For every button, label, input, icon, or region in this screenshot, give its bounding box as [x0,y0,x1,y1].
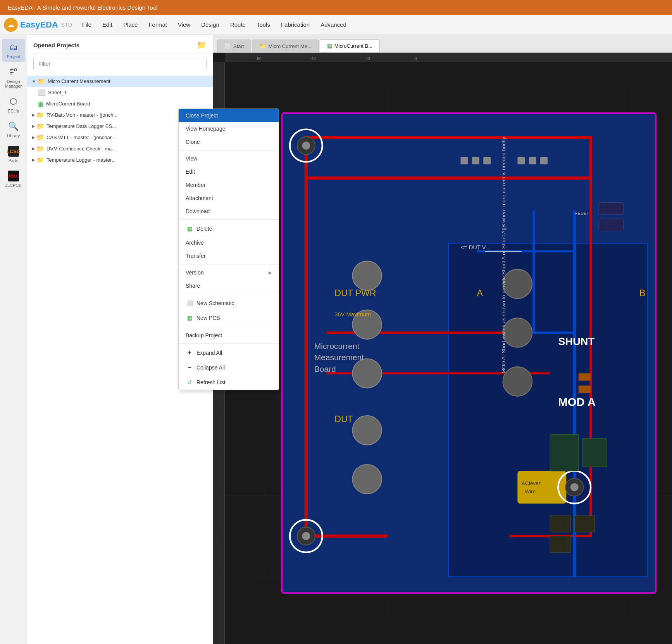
tree-label-sheet1: Sheet_1 [48,90,67,95]
tab-microcurrent-b-label: MicroCurrent B... [334,43,372,49]
schema-icon-sheet1: ⬜ [38,89,46,96]
tree-arrow-cas-wtt: ▶ [32,135,35,140]
ctx-download-label: Download [186,208,210,214]
menu-place[interactable]: Place [119,19,143,30]
tree-label-temp-logger: Temperature Data Logger ES... [47,123,116,129]
menu-route[interactable]: Route [226,19,250,30]
ctx-refresh-list[interactable]: ↺ Refresh List [179,375,279,390]
jlcpcb-icon: J@LC [8,171,19,181]
menu-view[interactable]: View [173,19,195,30]
sidebar-item-jlcpcb[interactable]: J@LC JLCPCB [2,167,25,191]
svg-text:DUT: DUT [334,414,353,424]
tab-microcurrent-b[interactable]: ▦ MicroCurrent B... [320,39,380,52]
ctx-close-project[interactable]: Close Project [179,109,279,122]
svg-text:Board: Board [314,364,336,373]
ctx-delete[interactable]: ▦ Delete [179,221,279,236]
ctx-member[interactable]: Member [179,178,279,192]
ctx-new-schematic-icon: ⬜ [186,299,193,307]
folder-icon-cas: 📁 [36,134,44,141]
ctx-collapse-all[interactable]: − Collapse All [179,360,279,375]
sidebar-item-project[interactable]: 🗂 Project [2,39,25,62]
menu-edit[interactable]: Edit [98,19,117,30]
ctx-refresh-icon: ↺ [186,378,193,386]
ctx-expand-all[interactable]: + Expand All [179,345,279,360]
svg-rect-2 [10,72,14,73]
ctx-attachment-label: Attachment [186,195,213,201]
canvas[interactable]: -60 -40 -20 0 [213,53,672,644]
tree-item-microcurrent-board[interactable]: ▦ MicroCurrent Board [27,98,213,109]
svg-text:<= DUT V...: <= DUT V... [460,244,490,250]
tree-arrow-dvm: ▶ [32,146,35,151]
ctx-share[interactable]: Share [179,279,279,292]
logo-easyeda-text: EasyEDA [20,20,58,30]
sidebar-item-eelib[interactable]: ⬡ EELib [2,93,25,116]
ctx-edit[interactable]: Edit [179,165,279,178]
svg-rect-44 [460,157,468,164]
svg-text:SHUNT: SHUNT [558,335,594,347]
tree-item-micro-current[interactable]: ▼ 📁 Micro Current Measurement [27,76,213,87]
menu-format[interactable]: Format [144,19,172,30]
menu-fabrication[interactable]: Fabrication [276,19,314,30]
tree-label-micro-current: Micro Current Measurement [48,78,110,84]
svg-point-38 [352,359,382,388]
ctx-sep-2 [179,219,279,220]
logo-cloud-icon: ☁ [4,18,18,32]
svg-point-36 [352,261,382,290]
sidebar-item-parts[interactable]: LCSC Parts [2,143,25,166]
menu-design[interactable]: Design [196,19,224,30]
logo-std-text: STD [61,22,72,28]
folder-icon-dvm: 📁 [36,145,44,152]
filter-input[interactable] [33,58,207,70]
ctx-new-pcb[interactable]: ▦ New PCB [179,311,279,325]
pcb-canvas: DUT PWR A B 36V Maximum Microcurrent Mea… [225,62,672,644]
ctx-sep-3 [179,264,279,264]
panel-title: Opened Projects [33,42,79,48]
ctx-archive[interactable]: Archive [179,236,279,249]
svg-text:Measurement: Measurement [314,353,364,362]
ctx-view-homepage[interactable]: View Homepage [179,122,279,135]
library-icon: 🔍 [8,121,19,132]
ctx-transfer[interactable]: Transfer [179,249,279,262]
ctx-new-schematic-label: New Schematic [196,300,234,306]
ctx-new-schematic[interactable]: ⬜ New Schematic [179,296,279,311]
ctx-delete-label: Delete [196,226,212,232]
folder-icon-micro: 📁 [38,78,45,85]
tab-start-icon: ⬜ [224,43,231,49]
svg-rect-1 [10,71,12,71]
tree-arrow-rv-batt: ▶ [32,112,35,117]
ctx-version-label: Version [186,269,204,276]
menubar: ☁ EasyEDA STD File Edit Place Format Vie… [0,15,672,35]
tree-label-cas-wtt: CAS WTT - master - (jonchar... [47,135,115,140]
ctx-version[interactable]: Version ▶ [179,266,279,279]
tab-start[interactable]: ⬜ Start [217,40,251,52]
tree-item-sheet1[interactable]: ⬜ Sheet_1 [27,87,213,98]
menu-file[interactable]: File [78,19,96,30]
svg-rect-74 [550,434,578,471]
sidebar-item-jlcpcb-label: JLCPCB [5,183,21,188]
tree-arrow-temp-logger2: ▶ [32,157,35,162]
panel: Opened Projects 📁 ▼ 📁 Micro Current Meas… [27,35,213,644]
ctx-attachment[interactable]: Attachment [179,192,279,205]
svg-text:MOD A: Short switch as shown t: MOD A: Short switch as shown to provide … [501,136,507,373]
svg-rect-78 [550,536,570,552]
tabs-bar: ⬜ Start 📁 Micro Current Me... ▦ MicroCur… [213,35,672,53]
sidebar-item-library[interactable]: 🔍 Library [2,118,25,141]
svg-point-66 [570,483,579,491]
ctx-clone[interactable]: Clone [179,135,279,148]
ctx-expand-icon: + [186,349,193,357]
tab-micro-current-me[interactable]: 📁 Micro Current Me... [252,40,319,52]
ctx-new-pcb-icon: ▦ [186,314,193,322]
ctx-member-label: Member [186,182,205,188]
menu-advanced[interactable]: Advanced [316,19,351,30]
menu-tools[interactable]: Tools [252,19,275,30]
ruler-mark-minus40: -40 [310,57,315,62]
sidebar-icons: 🗂 Project Design Manager ⬡ EELib 🔍 Libra… [0,35,27,644]
svg-point-42 [503,318,532,347]
ctx-backup-project[interactable]: Backup Project [179,329,279,342]
svg-point-41 [503,269,532,299]
ctx-view[interactable]: View [179,152,279,165]
svg-point-3 [14,69,17,71]
sidebar-item-design-manager[interactable]: Design Manager [2,64,25,92]
ctx-download[interactable]: Download [179,205,279,218]
tab-micro-icon: 📁 [259,43,266,49]
